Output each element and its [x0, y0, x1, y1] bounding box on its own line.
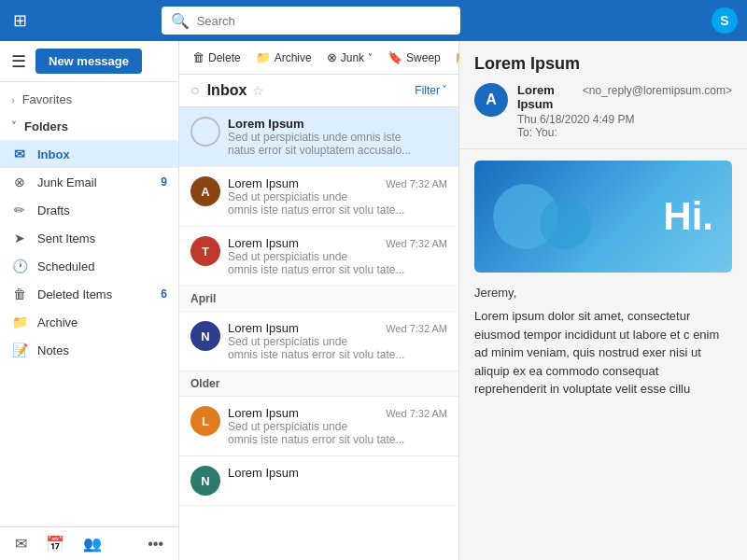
- email-item[interactable]: A Lorem Ipsum Wed 7:32 AM Sed ut perspic…: [179, 167, 458, 227]
- delete-label: Delete: [208, 51, 241, 64]
- email-sender: Lorem Ipsum: [228, 176, 299, 190]
- banner-hi-text: Hi.: [663, 194, 713, 239]
- mail-bottom-icon[interactable]: ✉: [15, 535, 27, 553]
- sender-row: A Lorem Ipsum <no_reply@loremipsum.com> …: [474, 83, 732, 139]
- sidebar-top: ☰ New message: [0, 41, 178, 82]
- email-sender: Lorem Ipsum: [228, 321, 299, 335]
- inbox-title: Inbox: [207, 82, 247, 99]
- sender-name: Lorem Ipsum: [517, 83, 577, 111]
- search-input[interactable]: [197, 14, 451, 28]
- delete-button[interactable]: 🗑 Delete: [187, 47, 247, 68]
- new-message-button[interactable]: New message: [35, 49, 142, 74]
- sidebar-item-inbox[interactable]: ✉ Inbox: [0, 140, 178, 168]
- email-item[interactable]: N Lorem Ipsum: [179, 456, 458, 506]
- email-time: Wed 7:32 AM: [386, 178, 447, 189]
- email-preview2: omnis iste natus error sit volu tate...: [228, 348, 447, 361]
- sidebar-item-scheduled[interactable]: 🕐 Scheduled: [0, 252, 178, 280]
- junk-badge: 9: [161, 175, 167, 189]
- email-body: Hi. Jeremy, Lorem ipsum dolor sit amet, …: [459, 149, 747, 560]
- main-content: ☰ New message › Favorites ˅ Folders ✉ In…: [0, 41, 747, 560]
- email-content: Lorem Ipsum Wed 7:32 AM Sed ut perspicia…: [228, 176, 447, 217]
- junk-label: Junk: [341, 51, 364, 64]
- folders-label: Folders: [24, 119, 68, 133]
- sidebar-item-deleted[interactable]: 🗑 Deleted Items 6: [0, 280, 178, 308]
- email-top: Lorem Ipsum Wed 7:32 AM: [228, 321, 447, 335]
- email-preview: Sed ut perspiciatis unde: [228, 420, 447, 433]
- sidebar-item-archive[interactable]: 📁 Archive: [0, 308, 178, 336]
- junk-chevron: ˅: [368, 52, 373, 63]
- sidebar-item-notes[interactable]: 📝 Notes: [0, 336, 178, 364]
- email-sender: Lorem Ipsum: [228, 236, 299, 250]
- search-icon: 🔍: [171, 12, 190, 30]
- sidebar-deleted-label: Deleted Items: [37, 287, 112, 301]
- sidebar-section-folders[interactable]: ˅ Folders: [0, 113, 178, 140]
- sidebar-item-sent[interactable]: ➤ Sent Items: [0, 224, 178, 252]
- top-bar: ⊞ 🔍 S: [0, 0, 747, 41]
- scheduled-icon: 🕐: [11, 259, 28, 273]
- email-preview2: omnis iste natus error sit volu tate...: [228, 203, 447, 217]
- email-item[interactable]: L Lorem Ipsum Wed 7:32 AM Sed ut perspic…: [179, 397, 458, 456]
- sidebar-item-drafts[interactable]: ✏ Drafts: [0, 196, 178, 224]
- avatar: L: [190, 406, 220, 436]
- email-to: To: You:: [517, 126, 732, 139]
- sidebar-sent-label: Sent Items: [37, 231, 95, 245]
- archive-toolbar-button[interactable]: 📁 Archive: [250, 47, 317, 68]
- deleted-icon: 🗑: [11, 287, 28, 301]
- calendar-bottom-icon[interactable]: 📅: [46, 535, 64, 553]
- email-content: Lorem Ipsum: [228, 466, 447, 480]
- sweep-button[interactable]: 🔖 Sweep: [382, 47, 446, 68]
- email-sender: Lorem Ipsum: [228, 406, 299, 420]
- email-top: Lorem Ipsum Wed 7:32 AM: [228, 176, 447, 190]
- email-view-header: Lorem Ipsum A Lorem Ipsum <no_reply@lore…: [459, 41, 747, 149]
- sweep-label: Sweep: [406, 51, 441, 64]
- filter-button[interactable]: Filter ˅: [415, 84, 447, 97]
- avatar: N: [190, 466, 220, 496]
- avatar-placeholder: [190, 117, 220, 147]
- more-bottom-icon[interactable]: •••: [148, 536, 163, 553]
- email-greeting: Jeremy,: [474, 286, 732, 300]
- section-april: April: [179, 287, 458, 312]
- grid-icon[interactable]: ⊞: [9, 7, 31, 35]
- sidebar-item-junk[interactable]: ⊗ Junk Email 9: [0, 168, 178, 196]
- star-icon[interactable]: ☆: [252, 83, 264, 98]
- sidebar-nav: › Favorites ˅ Folders ✉ Inbox ⊗ Junk Ema…: [0, 82, 178, 526]
- middle-pane: 🗑 Delete 📁 Archive ⊗ Junk ˅ 🔖 Sweep 📂 Mo…: [179, 41, 459, 560]
- search-box: 🔍: [162, 7, 460, 35]
- email-content: Lorem Ipsum Wed 7:32 AM Sed ut perspicia…: [228, 406, 447, 446]
- sender-info: Lorem Ipsum <no_reply@loremipsum.com> Th…: [517, 83, 732, 139]
- email-top: Lorem Ipsum: [228, 466, 447, 480]
- sidebar-drafts-label: Drafts: [37, 203, 70, 217]
- email-preview2: omnis iste natus error sit volu tate...: [228, 263, 447, 276]
- email-time: Wed 7:32 AM: [386, 408, 447, 419]
- select-all-icon[interactable]: ○: [190, 82, 200, 99]
- email-preview: Sed ut perspiciatis unde: [228, 250, 447, 263]
- filter-chevron: ˅: [442, 84, 447, 97]
- toolbar: 🗑 Delete 📁 Archive ⊗ Junk ˅ 🔖 Sweep 📂 Mo…: [179, 41, 458, 75]
- junk-button[interactable]: ⊗ Junk ˅: [321, 47, 378, 68]
- sidebar-archive-label: Archive: [37, 315, 78, 329]
- sweep-icon: 🔖: [388, 50, 402, 64]
- email-item[interactable]: Lorem Ipsum Sed ut perspiciatis unde omn…: [179, 107, 458, 167]
- email-content: Lorem Ipsum Wed 7:32 AM Sed ut perspicia…: [228, 236, 447, 276]
- email-view-subject: Lorem Ipsum: [474, 54, 732, 74]
- avatar: T: [190, 236, 220, 266]
- email-item[interactable]: N Lorem Ipsum Wed 7:32 AM Sed ut perspic…: [179, 312, 458, 371]
- people-bottom-icon[interactable]: 👥: [83, 535, 102, 553]
- hamburger-icon[interactable]: ☰: [11, 51, 26, 72]
- sent-icon: ➤: [11, 231, 28, 245]
- sidebar: ☰ New message › Favorites ˅ Folders ✉ In…: [0, 41, 179, 560]
- filter-label: Filter: [415, 84, 440, 97]
- deleted-badge: 6: [161, 287, 167, 301]
- drafts-icon: ✏: [11, 203, 28, 217]
- right-pane: Lorem Ipsum A Lorem Ipsum <no_reply@lore…: [459, 41, 747, 560]
- email-preview: Sed ut perspiciatis unde: [228, 335, 447, 348]
- email-date: Thu 6/18/2020 4:49 PM: [517, 113, 732, 126]
- archive-toolbar-icon: 📁: [256, 50, 271, 64]
- email-content: Lorem Ipsum Sed ut perspiciatis unde omn…: [228, 117, 447, 157]
- sidebar-item-favorites[interactable]: › Favorites: [0, 86, 178, 113]
- email-item[interactable]: T Lorem Ipsum Wed 7:32 AM Sed ut perspic…: [179, 227, 458, 287]
- sidebar-inbox-label: Inbox: [37, 147, 70, 161]
- sidebar-junk-label: Junk Email: [37, 175, 97, 189]
- junk-icon: ⊗: [11, 175, 28, 189]
- skype-icon[interactable]: S: [712, 7, 738, 34]
